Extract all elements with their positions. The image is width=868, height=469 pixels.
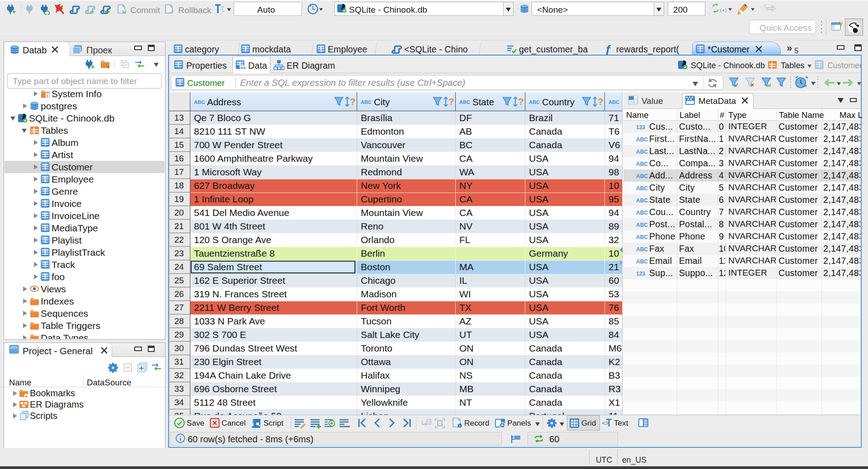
svg-text:+: + xyxy=(91,63,94,70)
svg-text:i: i xyxy=(459,424,460,428)
svg-text:+: + xyxy=(106,64,110,69)
svg-text:+: + xyxy=(12,8,16,15)
svg-text:i: i xyxy=(47,94,48,98)
svg-text:<>: <> xyxy=(602,419,609,427)
svg-text:<>: <> xyxy=(241,65,245,70)
svg-text:★: ★ xyxy=(24,394,28,398)
